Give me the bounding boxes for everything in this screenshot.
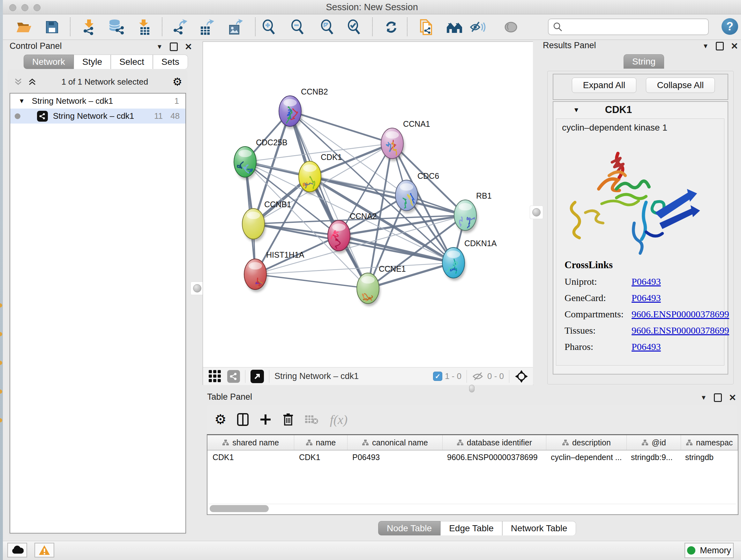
expand-all-button[interactable]: Expand All bbox=[572, 78, 636, 93]
node-CDKN1A[interactable]: CDKN1A bbox=[442, 239, 497, 281]
node-section-header[interactable]: ▼ CDK1 bbox=[553, 102, 728, 118]
show-all-button[interactable] bbox=[502, 19, 519, 36]
import-network-file-button[interactable] bbox=[81, 19, 97, 36]
collapse-all-button[interactable]: Collapse All bbox=[646, 78, 715, 93]
panel-close-icon[interactable]: ✕ bbox=[729, 395, 736, 401]
network-canvas[interactable]: CCNB2CCNA1CDC25BCDK1CDC6RB1CCNB1CCNA2CDK… bbox=[203, 42, 532, 367]
edge-CDC6-CDC25B[interactable] bbox=[245, 162, 407, 195]
tab-network[interactable]: Network bbox=[23, 55, 74, 69]
column-header-@id[interactable]: @id bbox=[627, 435, 681, 450]
save-session-button[interactable] bbox=[44, 19, 60, 36]
tab-style[interactable]: Style bbox=[74, 55, 111, 69]
network-row[interactable]: String Network – cdk1 11 48 bbox=[10, 109, 185, 124]
collapse-all-icon[interactable] bbox=[13, 77, 23, 86]
crosslink-link[interactable]: 9606.ENSP00000378699 bbox=[631, 325, 729, 336]
add-column-icon[interactable] bbox=[260, 414, 271, 425]
table-tabs: Node TableEdge TableNetwork Table bbox=[378, 521, 576, 536]
splitter-knob[interactable] bbox=[193, 284, 201, 293]
open-in-window-badge[interactable] bbox=[251, 370, 264, 383]
crosslink-link[interactable]: P06493 bbox=[631, 276, 661, 287]
edge-CCNB2-CCNE1[interactable] bbox=[290, 111, 368, 288]
disclosure-triangle-icon[interactable]: ▼ bbox=[573, 106, 580, 114]
node-table[interactable]: shared namenamecanonical namedatabase id… bbox=[207, 434, 738, 515]
splitter-knob[interactable] bbox=[469, 385, 475, 392]
export-network-button[interactable] bbox=[172, 19, 188, 36]
right-splitter[interactable] bbox=[533, 40, 539, 385]
edge-CCNB2-CCNA1[interactable] bbox=[290, 111, 392, 143]
table-cell[interactable]: stringdb:9... bbox=[626, 450, 680, 464]
show-columns-icon[interactable] bbox=[237, 413, 249, 426]
disclosure-triangle-icon[interactable]: ▼ bbox=[18, 98, 25, 105]
edge-CCNE1-HIST1H1A[interactable] bbox=[255, 274, 368, 288]
panel-menu-icon[interactable]: ▼ bbox=[700, 394, 707, 401]
tab-node-table[interactable]: Node Table bbox=[378, 521, 441, 536]
panel-float-icon[interactable] bbox=[716, 42, 724, 51]
network-options-gear-icon[interactable]: ⚙ bbox=[173, 75, 182, 88]
expand-all-icon[interactable] bbox=[27, 77, 37, 86]
home-button[interactable] bbox=[446, 19, 463, 36]
tab-edge-table[interactable]: Edge Table bbox=[441, 521, 502, 536]
column-header-canonical-name[interactable]: canonical name bbox=[347, 435, 442, 450]
zoom-selected-button[interactable] bbox=[346, 19, 362, 36]
panel-float-icon[interactable] bbox=[170, 43, 178, 51]
import-table-button[interactable] bbox=[135, 19, 152, 36]
close-window-button[interactable] bbox=[9, 4, 16, 11]
table-cell[interactable]: stringdb bbox=[680, 450, 737, 464]
crosslink-link[interactable]: P06493 bbox=[631, 341, 661, 352]
table-cell[interactable]: CDK1 bbox=[207, 450, 294, 464]
export-table-button[interactable] bbox=[198, 19, 215, 36]
table-cell[interactable]: CDK1 bbox=[294, 450, 347, 464]
column-header-namespac[interactable]: namespac bbox=[681, 435, 738, 450]
duplicate-network-button[interactable] bbox=[418, 19, 434, 36]
panel-close-icon[interactable]: ✕ bbox=[731, 43, 738, 50]
tab-string[interactable]: String bbox=[623, 54, 664, 69]
panel-menu-icon[interactable]: ▼ bbox=[702, 43, 709, 50]
left-splitter[interactable] bbox=[192, 40, 202, 541]
cloud-button[interactable] bbox=[7, 543, 27, 557]
table-splitter[interactable] bbox=[203, 385, 741, 392]
help-button[interactable]: ? bbox=[722, 18, 738, 35]
zoom-fit-button[interactable] bbox=[319, 19, 336, 36]
export-image-button[interactable] bbox=[227, 19, 244, 36]
column-header-shared-name[interactable]: shared name bbox=[207, 435, 294, 450]
network-share-badge[interactable] bbox=[227, 370, 240, 383]
open-session-button[interactable] bbox=[16, 19, 32, 36]
zoom-out-button[interactable] bbox=[289, 19, 306, 36]
panel-menu-icon[interactable]: ▼ bbox=[156, 43, 163, 51]
edge-CCNA2-CDKN1A[interactable] bbox=[339, 236, 454, 263]
import-network-database-button[interactable] bbox=[108, 19, 124, 36]
hide-selected-button[interactable] bbox=[469, 19, 486, 36]
table-cell[interactable]: 9606.ENSP00000378699 bbox=[442, 450, 546, 464]
tab-network-table[interactable]: Network Table bbox=[502, 521, 576, 536]
tab-sets[interactable]: Sets bbox=[153, 55, 188, 69]
table-cell[interactable]: P06493 bbox=[347, 450, 442, 464]
horizontal-scrollbar[interactable] bbox=[208, 504, 736, 513]
warning-button[interactable] bbox=[35, 543, 54, 557]
column-header-database-identifier[interactable]: database identifier bbox=[443, 435, 546, 450]
panel-float-icon[interactable] bbox=[714, 393, 722, 402]
grid-view-icon[interactable] bbox=[208, 369, 222, 383]
zoom-in-button[interactable] bbox=[261, 19, 277, 36]
crosslink-link[interactable]: 9606.ENSP00000378699 bbox=[631, 309, 729, 320]
table-cell[interactable]: cyclin–dependent ... bbox=[546, 450, 626, 464]
minimize-window-button[interactable] bbox=[21, 4, 28, 11]
node-CCNA1[interactable]: CCNA1 bbox=[381, 119, 430, 161]
table-settings-gear-icon[interactable]: ⚙ bbox=[214, 413, 226, 426]
birdseye-crosshair-icon[interactable] bbox=[515, 369, 529, 383]
tab-select[interactable]: Select bbox=[111, 55, 153, 69]
column-header-name[interactable]: name bbox=[294, 435, 348, 450]
zoom-window-button[interactable] bbox=[33, 4, 41, 11]
column-header-description[interactable]: description bbox=[546, 435, 627, 450]
panel-close-icon[interactable]: ✕ bbox=[185, 44, 192, 50]
crosslink-link[interactable]: P06493 bbox=[631, 293, 661, 303]
table-row[interactable]: CDK1CDK1P064939606.ENSP00000378699cyclin… bbox=[207, 450, 738, 464]
memory-button[interactable]: Memory bbox=[684, 543, 734, 558]
selected-checkbox[interactable]: ✓ bbox=[433, 372, 442, 381]
delete-column-icon[interactable] bbox=[283, 413, 293, 426]
search-input[interactable] bbox=[566, 22, 708, 32]
node-CCNE1[interactable]: CCNE1 bbox=[357, 264, 406, 310]
network-collection-row[interactable]: ▼ String Network – cdk1 1 bbox=[10, 94, 185, 109]
node-RB1[interactable]: RB1 bbox=[454, 191, 492, 233]
refresh-button[interactable] bbox=[383, 19, 400, 36]
scrollbar-thumb[interactable] bbox=[210, 505, 269, 512]
